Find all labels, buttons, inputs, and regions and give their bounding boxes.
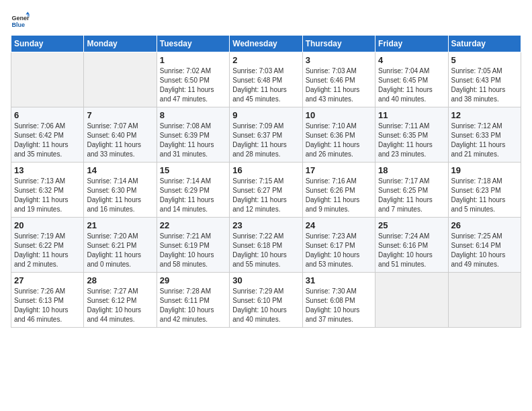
day-info: Sunrise: 7:28 AM Sunset: 6:11 PM Dayligh… <box>160 287 226 324</box>
day-info: Sunrise: 7:13 AM Sunset: 6:32 PM Dayligh… <box>14 177 81 214</box>
day-cell: 21Sunrise: 7:20 AM Sunset: 6:21 PM Dayli… <box>84 218 157 273</box>
day-number: 20 <box>14 220 81 230</box>
day-info: Sunrise: 7:23 AM Sunset: 6:17 PM Dayligh… <box>306 232 372 269</box>
day-info: Sunrise: 7:10 AM Sunset: 6:36 PM Dayligh… <box>306 122 372 159</box>
day-cell: 10Sunrise: 7:10 AM Sunset: 6:36 PM Dayli… <box>302 107 375 163</box>
day-number: 18 <box>378 165 445 175</box>
day-info: Sunrise: 7:15 AM Sunset: 6:27 PM Dayligh… <box>232 177 299 214</box>
day-number: 26 <box>451 220 518 230</box>
day-number: 17 <box>306 165 372 175</box>
calendar-table: SundayMondayTuesdayWednesdayThursdayFrid… <box>11 35 521 328</box>
day-number: 24 <box>306 220 372 230</box>
col-header-wednesday: Wednesday <box>230 36 302 52</box>
day-number: 1 <box>160 55 226 65</box>
day-info: Sunrise: 7:25 AM Sunset: 6:14 PM Dayligh… <box>451 232 518 269</box>
day-cell: 16Sunrise: 7:15 AM Sunset: 6:27 PM Dayli… <box>230 163 302 218</box>
day-info: Sunrise: 7:03 AM Sunset: 6:46 PM Dayligh… <box>306 66 372 104</box>
day-cell: 31Sunrise: 7:30 AM Sunset: 6:08 PM Dayli… <box>302 273 375 328</box>
day-number: 11 <box>378 110 445 120</box>
day-info: Sunrise: 7:14 AM Sunset: 6:30 PM Dayligh… <box>87 177 153 214</box>
day-number: 19 <box>451 165 518 175</box>
day-info: Sunrise: 7:20 AM Sunset: 6:21 PM Dayligh… <box>87 232 153 269</box>
week-row-1: 1Sunrise: 7:02 AM Sunset: 6:50 PM Daylig… <box>11 52 521 107</box>
week-row-2: 6Sunrise: 7:06 AM Sunset: 6:42 PM Daylig… <box>11 107 521 163</box>
day-info: Sunrise: 7:14 AM Sunset: 6:29 PM Dayligh… <box>160 177 226 214</box>
day-number: 22 <box>160 220 226 230</box>
day-info: Sunrise: 7:21 AM Sunset: 6:19 PM Dayligh… <box>160 232 226 269</box>
day-cell: 9Sunrise: 7:09 AM Sunset: 6:37 PM Daylig… <box>230 107 302 163</box>
day-number: 25 <box>378 220 445 230</box>
day-info: Sunrise: 7:24 AM Sunset: 6:16 PM Dayligh… <box>378 232 445 269</box>
page-header: General Blue <box>11 11 521 30</box>
day-number: 5 <box>451 55 518 65</box>
day-info: Sunrise: 7:03 AM Sunset: 6:48 PM Dayligh… <box>232 66 299 104</box>
day-number: 28 <box>87 275 153 285</box>
day-cell: 2Sunrise: 7:03 AM Sunset: 6:48 PM Daylig… <box>230 52 302 107</box>
logo: General Blue <box>11 11 32 30</box>
day-cell: 26Sunrise: 7:25 AM Sunset: 6:14 PM Dayli… <box>448 218 521 273</box>
day-number: 8 <box>160 110 226 120</box>
day-cell: 6Sunrise: 7:06 AM Sunset: 6:42 PM Daylig… <box>11 107 84 163</box>
svg-text:General: General <box>11 15 30 21</box>
day-number: 9 <box>232 110 299 120</box>
day-number: 7 <box>87 110 153 120</box>
day-info: Sunrise: 7:18 AM Sunset: 6:23 PM Dayligh… <box>451 177 518 214</box>
svg-text:Blue: Blue <box>11 21 25 28</box>
calendar-header-row: SundayMondayTuesdayWednesdayThursdayFrid… <box>11 36 521 52</box>
day-cell: 13Sunrise: 7:13 AM Sunset: 6:32 PM Dayli… <box>11 163 84 218</box>
day-info: Sunrise: 7:29 AM Sunset: 6:10 PM Dayligh… <box>232 287 299 324</box>
day-cell: 14Sunrise: 7:14 AM Sunset: 6:30 PM Dayli… <box>84 163 157 218</box>
day-cell: 23Sunrise: 7:22 AM Sunset: 6:18 PM Dayli… <box>230 218 302 273</box>
day-info: Sunrise: 7:26 AM Sunset: 6:13 PM Dayligh… <box>14 287 81 324</box>
col-header-sunday: Sunday <box>11 36 84 52</box>
day-info: Sunrise: 7:08 AM Sunset: 6:39 PM Dayligh… <box>160 122 226 159</box>
day-info: Sunrise: 7:05 AM Sunset: 6:43 PM Dayligh… <box>451 66 518 104</box>
day-info: Sunrise: 7:11 AM Sunset: 6:35 PM Dayligh… <box>378 122 445 159</box>
day-number: 2 <box>232 55 299 65</box>
day-number: 15 <box>160 165 226 175</box>
day-cell: 25Sunrise: 7:24 AM Sunset: 6:16 PM Dayli… <box>375 218 448 273</box>
day-cell: 20Sunrise: 7:19 AM Sunset: 6:22 PM Dayli… <box>11 218 84 273</box>
day-number: 6 <box>14 110 81 120</box>
day-cell: 30Sunrise: 7:29 AM Sunset: 6:10 PM Dayli… <box>230 273 302 328</box>
day-info: Sunrise: 7:04 AM Sunset: 6:45 PM Dayligh… <box>378 66 445 104</box>
day-cell <box>448 273 521 328</box>
day-info: Sunrise: 7:19 AM Sunset: 6:22 PM Dayligh… <box>14 232 81 269</box>
day-cell: 17Sunrise: 7:16 AM Sunset: 6:26 PM Dayli… <box>302 163 375 218</box>
day-number: 14 <box>87 165 153 175</box>
day-cell <box>11 52 84 107</box>
day-cell: 4Sunrise: 7:04 AM Sunset: 6:45 PM Daylig… <box>375 52 448 107</box>
day-number: 27 <box>14 275 81 285</box>
day-info: Sunrise: 7:27 AM Sunset: 6:12 PM Dayligh… <box>87 287 153 324</box>
day-number: 16 <box>232 165 299 175</box>
day-number: 3 <box>306 55 372 65</box>
col-header-tuesday: Tuesday <box>157 36 229 52</box>
day-cell <box>375 273 448 328</box>
day-info: Sunrise: 7:09 AM Sunset: 6:37 PM Dayligh… <box>232 122 299 159</box>
col-header-monday: Monday <box>84 36 157 52</box>
day-number: 21 <box>87 220 153 230</box>
day-cell: 3Sunrise: 7:03 AM Sunset: 6:46 PM Daylig… <box>302 52 375 107</box>
day-info: Sunrise: 7:22 AM Sunset: 6:18 PM Dayligh… <box>232 232 299 269</box>
day-number: 29 <box>160 275 226 285</box>
day-cell: 11Sunrise: 7:11 AM Sunset: 6:35 PM Dayli… <box>375 107 448 163</box>
day-cell: 27Sunrise: 7:26 AM Sunset: 6:13 PM Dayli… <box>11 273 84 328</box>
day-number: 23 <box>232 220 299 230</box>
day-cell: 12Sunrise: 7:12 AM Sunset: 6:33 PM Dayli… <box>448 107 521 163</box>
day-info: Sunrise: 7:17 AM Sunset: 6:25 PM Dayligh… <box>378 177 445 214</box>
day-cell: 19Sunrise: 7:18 AM Sunset: 6:23 PM Dayli… <box>448 163 521 218</box>
day-info: Sunrise: 7:16 AM Sunset: 6:26 PM Dayligh… <box>306 177 372 214</box>
col-header-friday: Friday <box>375 36 448 52</box>
day-number: 4 <box>378 55 445 65</box>
day-number: 10 <box>306 110 372 120</box>
day-cell: 24Sunrise: 7:23 AM Sunset: 6:17 PM Dayli… <box>302 218 375 273</box>
day-number: 12 <box>451 110 518 120</box>
day-cell: 18Sunrise: 7:17 AM Sunset: 6:25 PM Dayli… <box>375 163 448 218</box>
day-info: Sunrise: 7:12 AM Sunset: 6:33 PM Dayligh… <box>451 122 518 159</box>
week-row-5: 27Sunrise: 7:26 AM Sunset: 6:13 PM Dayli… <box>11 273 521 328</box>
day-number: 31 <box>306 275 372 285</box>
svg-marker-2 <box>26 11 30 14</box>
day-number: 30 <box>232 275 299 285</box>
day-cell: 28Sunrise: 7:27 AM Sunset: 6:12 PM Dayli… <box>84 273 157 328</box>
day-cell: 1Sunrise: 7:02 AM Sunset: 6:50 PM Daylig… <box>157 52 229 107</box>
